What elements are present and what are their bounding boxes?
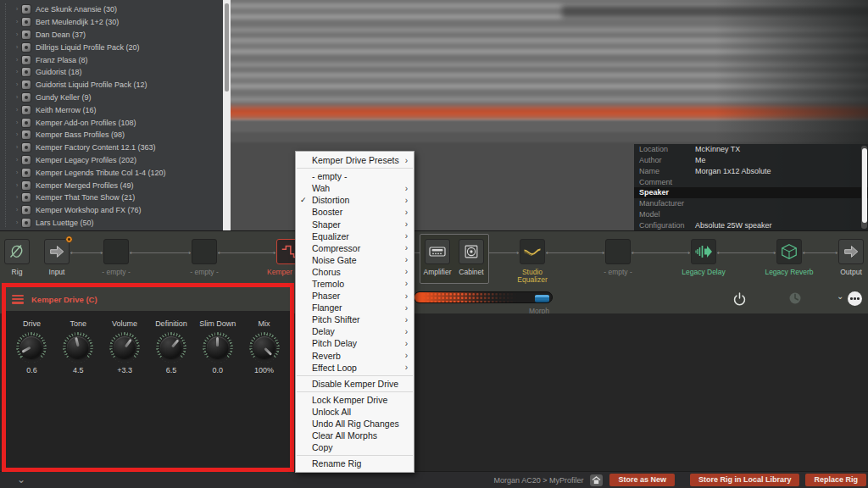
chevron-down-icon[interactable]: ⌄ (837, 292, 843, 301)
menu-item[interactable]: Chorus› (296, 266, 414, 278)
profiler-target-button[interactable] (590, 474, 603, 486)
tree-caret-icon[interactable]: › (12, 144, 22, 151)
chain-module-output[interactable]: Output (819, 239, 868, 276)
knob-dial[interactable] (249, 332, 280, 363)
sidebar-item[interactable]: ›Kemper Factory Content 12.1 (363) (12, 141, 223, 154)
sidebar-item[interactable]: ›Lars Luettge (50) (12, 217, 223, 230)
info-panel-scrollbar[interactable] (861, 146, 867, 229)
tree-caret-icon[interactable]: › (12, 119, 22, 126)
chain-module-legacy-delay[interactable]: Legacy Delay (671, 239, 736, 276)
sidebar-item[interactable]: ›Kemper That Tone Show (21) (12, 191, 223, 204)
tree-caret-icon[interactable]: › (12, 81, 22, 88)
sidebar-item[interactable]: ›Kemper Legacy Profiles (202) (12, 154, 223, 167)
menu-item[interactable]: Reverb› (296, 350, 414, 362)
preset-menu-icon[interactable] (12, 295, 24, 304)
tree-caret-icon[interactable]: › (12, 19, 22, 25)
sidebar-scrollbar[interactable] (223, 0, 231, 230)
knob-dial[interactable] (109, 332, 140, 363)
module-box[interactable] (776, 239, 802, 264)
store-button-2[interactable]: Store Rig in Local Library (690, 474, 800, 486)
chain-module-input[interactable]: Input (25, 239, 89, 276)
tree-caret-icon[interactable]: › (12, 219, 22, 226)
knob-dial[interactable] (63, 332, 93, 363)
menu-item[interactable]: Copy (296, 441, 414, 453)
module-box[interactable] (520, 239, 545, 264)
sidebar-item[interactable]: ›Dan Dean (37) (12, 29, 223, 42)
knob-tone[interactable]: Tone4.5 (55, 319, 102, 374)
chain-module-legacy-reverb[interactable]: Legacy Reverb (757, 239, 821, 276)
module-box[interactable] (691, 239, 716, 264)
morph-slider-handle[interactable] (535, 295, 549, 302)
tree-caret-icon[interactable]: › (12, 69, 22, 75)
tree-caret-icon[interactable]: › (12, 157, 22, 164)
menu-item[interactable]: Tremolo› (296, 278, 414, 290)
chain-module-studio-eq[interactable]: Studio Equalizer (500, 239, 565, 283)
knob-slim-down[interactable]: Slim Down0.0 (194, 319, 241, 374)
menu-item[interactable]: Noise Gate› (296, 254, 414, 266)
menu-item[interactable]: ✓Distortion› (296, 194, 414, 206)
sidebar-item[interactable]: ›Ace Skunk Anansie (30) (12, 3, 223, 16)
knob-dial[interactable] (156, 332, 186, 363)
sidebar-item[interactable]: ›Guidorist (18) (12, 66, 223, 79)
module-box[interactable] (192, 239, 217, 264)
menu-item[interactable]: Wah› (296, 182, 414, 194)
knob-mix[interactable]: Mix100% (241, 319, 287, 374)
sidebar-item[interactable]: ›Kemper Bass Profiles (98) (12, 129, 223, 141)
tree-caret-icon[interactable]: › (12, 207, 22, 214)
sidebar-item[interactable]: ›Dillrigs Liquid Profile Pack (20) (12, 41, 223, 53)
knob-dial[interactable] (203, 332, 233, 363)
menu-item[interactable]: Clear All Morphs (296, 430, 414, 441)
tree-caret-icon[interactable]: › (12, 31, 22, 38)
menu-item[interactable]: Unlock All (296, 406, 414, 418)
tree-caret-icon[interactable]: › (12, 6, 22, 13)
sidebar-item[interactable]: ›Bert Meulendijk 1+2 (30) (12, 16, 223, 29)
knob-dial[interactable] (16, 332, 47, 363)
history-button[interactable] (787, 291, 803, 306)
tree-caret-icon[interactable]: › (12, 107, 22, 114)
menu-item[interactable]: Phaser› (296, 290, 414, 302)
chain-module-cabinet[interactable]: Cabinet (439, 239, 504, 276)
tree-caret-icon[interactable]: › (12, 131, 22, 138)
knob-definition[interactable]: Definition6.5 (147, 319, 194, 374)
module-box[interactable] (103, 239, 129, 264)
chain-module-slot-a[interactable]: - empty - (84, 239, 148, 276)
module-box[interactable] (44, 239, 70, 264)
more-options-button[interactable] (848, 291, 862, 306)
sidebar-item[interactable]: ›Keith Merrow (16) (12, 103, 223, 116)
tree-caret-icon[interactable]: › (12, 44, 22, 51)
scrollbar-thumb[interactable] (862, 148, 867, 223)
menu-item[interactable]: Pitch Delay› (296, 337, 414, 349)
menu-item[interactable]: Effect Loop› (296, 362, 414, 374)
chain-module-slot-x[interactable]: - empty - (586, 239, 650, 276)
sidebar-item[interactable]: ›Gundy Keller (9) (12, 92, 223, 104)
menu-item[interactable]: Flanger› (296, 302, 414, 313)
menu-item[interactable]: Delay› (296, 325, 414, 337)
module-box[interactable] (838, 239, 864, 264)
sidebar-item[interactable]: ›Guidorist Liquid Profile Pack (12) (12, 79, 223, 92)
chain-module-slot-b[interactable]: - empty - (172, 239, 236, 276)
knob-volume[interactable]: Volume+3.3 (102, 319, 148, 374)
menu-item[interactable]: Rename Rig (296, 458, 414, 469)
menu-item[interactable]: Booster› (296, 206, 414, 218)
menu-item[interactable]: Lock Kemper Drive (296, 394, 414, 406)
tree-caret-icon[interactable]: › (12, 94, 22, 101)
knob-drive[interactable]: Drive0.6 (8, 319, 55, 374)
menu-item[interactable]: Shaper› (296, 218, 414, 230)
sidebar-item[interactable]: ›Kemper Merged Profiles (49) (12, 179, 223, 191)
sidebar-item[interactable]: ›Kemper Legends Tribute Col 1-4 (120) (12, 166, 223, 179)
menu-item[interactable]: Pitch Shifter› (296, 313, 414, 325)
tree-caret-icon[interactable]: › (12, 57, 22, 64)
menu-item[interactable]: Kemper Drive Presets› (296, 154, 414, 166)
tree-caret-icon[interactable]: › (12, 194, 22, 201)
menu-item[interactable]: Disable Kemper Drive (296, 378, 414, 390)
power-button[interactable] (732, 291, 747, 306)
menu-item[interactable]: Undo All Rig Changes (296, 418, 414, 430)
module-box[interactable] (605, 239, 631, 264)
tree-caret-icon[interactable]: › (12, 182, 22, 189)
module-box[interactable] (459, 239, 484, 264)
sidebar-item[interactable]: ›Kemper Add-on Profiles (108) (12, 116, 223, 129)
collapse-chevron-icon[interactable]: ⌄ (17, 474, 25, 485)
sidebar-item[interactable]: ›Franz Plasa (8) (12, 53, 223, 66)
menu-item[interactable]: Compressor› (296, 242, 414, 254)
store-button-1[interactable]: Store as New (609, 474, 675, 486)
